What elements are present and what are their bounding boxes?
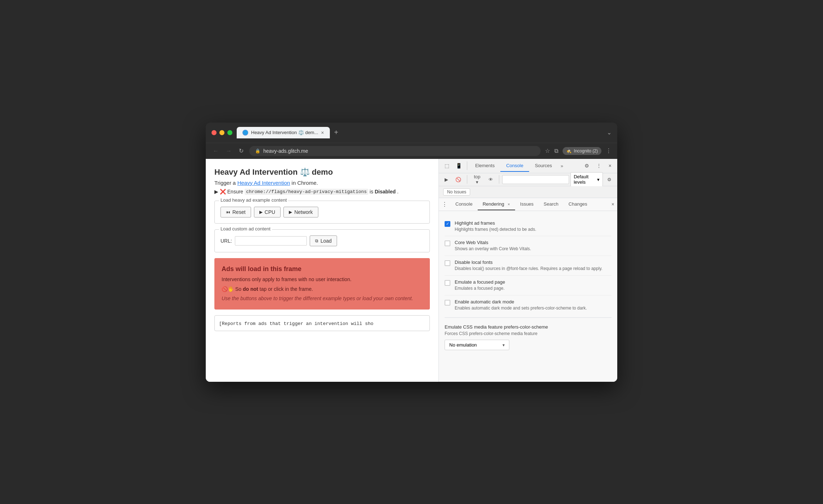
device-button[interactable]: 📱	[453, 161, 465, 171]
core-web-vitals-desc: Shows an overlay with Core Web Vitals.	[455, 246, 531, 252]
rendering-panel-close[interactable]: ×	[609, 198, 617, 210]
tab-favicon: 🌐	[242, 130, 248, 136]
rendering-tabs: ⋮ Console Rendering × Issues Search Chan…	[439, 198, 617, 211]
secondary-settings-button[interactable]: ⚙	[604, 175, 614, 184]
tab-search[interactable]: Search	[538, 198, 563, 210]
cpu-icon: ▶	[259, 210, 263, 215]
lock-icon: 🔒	[255, 148, 260, 154]
tab-changes[interactable]: Changes	[564, 198, 592, 210]
tab-rendering[interactable]: Rendering ×	[478, 198, 515, 210]
tab-console[interactable]: Console	[500, 160, 529, 172]
device-icon: 📱	[456, 163, 462, 169]
devtools-right-actions: ⚙ ⋮ ×	[582, 161, 614, 171]
network-button[interactable]: ▶ Network	[283, 207, 318, 217]
browser-window: 🌐 Heavy Ad Intervention ⚖️ dem... × + ⌄ …	[206, 123, 617, 382]
address-bar: ← → ↻ 🔒 heavy-ads.glitch.me ☆ ⧉ 🕵 Incogn…	[206, 143, 617, 159]
tab-issues[interactable]: Issues	[515, 198, 539, 210]
minimize-button[interactable]	[219, 130, 224, 135]
rendering-close[interactable]: ×	[508, 202, 510, 206]
emulate-title: Emulate CSS media feature prefers-color-…	[445, 324, 611, 330]
toolbar-separator	[467, 161, 467, 170]
load-button[interactable]: ⧉ Load	[310, 235, 337, 246]
subtitle-link[interactable]: Heavy Ad Intervention	[237, 180, 290, 186]
clear-button[interactable]: 🚫	[453, 175, 464, 184]
ad-frame-title: Ads will load in this frame	[222, 265, 423, 273]
rendering-label: Rendering	[483, 201, 504, 207]
url-input[interactable]	[235, 236, 307, 246]
emulate-select[interactable]: No emulation ▾	[445, 340, 509, 350]
emulate-section: Emulate CSS media feature prefers-color-…	[445, 321, 611, 354]
devtools-close-button[interactable]: ×	[606, 161, 614, 171]
ad-frame-text: Interventions only apply to frames with …	[222, 276, 423, 283]
url-input-row: URL: ⧉ Load	[220, 235, 424, 246]
highlight-ad-frames-checkbox[interactable]	[445, 221, 450, 227]
ad-frame-warning: 🚫🖐 So do not tap or click in the frame.	[222, 286, 423, 292]
page-subtitle: Trigger a Heavy Ad Intervention in Chrom…	[214, 180, 430, 186]
close-button[interactable]	[212, 130, 217, 135]
rendering-tabs-more[interactable]: ⋮	[439, 198, 450, 211]
core-web-vitals-title: Core Web Vitals	[455, 240, 531, 245]
emulate-focused-page-desc: Emulates a focused page.	[455, 285, 505, 292]
maximize-button[interactable]	[227, 130, 232, 135]
forward-button[interactable]: →	[224, 146, 233, 156]
auto-dark-mode-checkbox[interactable]	[445, 300, 450, 306]
highlight-ad-frames-title: Highlight ad frames	[455, 220, 536, 226]
disable-local-fonts-desc: Disables local() sources in @font-face r…	[455, 266, 603, 272]
no-issues-bar: No Issues	[439, 186, 617, 198]
highlight-ad-frames-desc: Highlights frames (red) detected to be a…	[455, 226, 536, 233]
tab-sources[interactable]: Sources	[529, 160, 558, 172]
devtools-panel: ⬚ 📱 Elements Console Sources » ⚙ ⋮ ×	[439, 159, 617, 382]
devtools-settings-button[interactable]: ⚙	[582, 161, 592, 171]
tab-elements[interactable]: Elements	[469, 160, 500, 172]
emulate-focused-page-checkbox[interactable]	[445, 280, 450, 286]
rendering-option-disable-local-fonts: Disable local fontsDisables local() sour…	[445, 256, 611, 276]
rendering-options: Highlight ad framesHighlights frames (re…	[439, 211, 617, 382]
inspect-button[interactable]: ⬚	[442, 161, 452, 171]
load-heavy-title: Load heavy ad example content	[219, 197, 288, 203]
tab-console-rendering[interactable]: Console	[450, 198, 478, 210]
core-web-vitals-checkbox[interactable]	[445, 240, 450, 246]
cpu-label: CPU	[265, 209, 276, 215]
incognito-icon: 🕵	[566, 148, 572, 154]
disable-local-fonts-checkbox[interactable]	[445, 260, 450, 266]
load-custom-box: Load custom ad content URL: ⧉ Load	[214, 229, 430, 252]
back-button[interactable]: ←	[212, 146, 220, 156]
url-bar[interactable]: 🔒 heavy-ads.glitch.me	[249, 146, 541, 156]
run-button[interactable]: ▶	[442, 175, 451, 184]
content-area: Heavy Ad Intervention ⚖️ demo Trigger a …	[206, 159, 617, 382]
load-label: Load	[320, 238, 332, 244]
filter-input[interactable]	[502, 175, 569, 184]
tab-overflow-button[interactable]: ⌄	[607, 129, 611, 136]
disable-local-fonts-title: Disable local fonts	[455, 260, 603, 265]
refresh-button[interactable]: ↻	[237, 146, 245, 156]
eye-button[interactable]: 👁	[486, 175, 496, 184]
instruction-suffix: is	[370, 189, 373, 194]
active-tab[interactable]: 🌐 Heavy Ad Intervention ⚖️ dem... ×	[237, 127, 330, 138]
levels-dropdown[interactable]: Default levels ▾	[570, 172, 603, 187]
auto-dark-mode-title: Enable automatic dark mode	[455, 299, 587, 304]
reset-button[interactable]: ⏮ Reset	[220, 207, 251, 217]
options-divider	[445, 317, 611, 318]
new-tab-button[interactable]: +	[331, 127, 341, 138]
network-label: Network	[294, 209, 313, 215]
cpu-button[interactable]: ▶ CPU	[254, 207, 281, 217]
auto-dark-mode-desc: Enables automatic dark mode and sets pre…	[455, 305, 587, 311]
inspect-icon: ⬚	[445, 163, 449, 169]
devtools-more-tabs[interactable]: »	[558, 160, 566, 171]
devtools-more-button[interactable]: ⋮	[594, 161, 604, 171]
page-content: Heavy Ad Intervention ⚖️ demo Trigger a …	[206, 159, 439, 382]
instruction-code: chrome://flags/heavy-ad-privacy-mitigati…	[245, 189, 368, 195]
tab-close-button[interactable]: ×	[321, 130, 324, 136]
bookmark-button[interactable]: ☆	[545, 147, 550, 154]
title-bar: 🌐 Heavy Ad Intervention ⚖️ dem... × + ⌄	[206, 123, 617, 143]
network-icon: ▶	[289, 210, 292, 215]
top-context-button[interactable]: top ▾	[470, 173, 484, 186]
no-issues-badge: No Issues	[443, 188, 470, 196]
reports-box: [Reports from ads that trigger an interv…	[214, 315, 430, 331]
load-custom-title: Load custom ad content	[219, 226, 272, 232]
screen-button[interactable]: ⧉	[554, 148, 558, 154]
emulate-desc: Forces CSS prefers-color-scheme media fe…	[445, 331, 611, 336]
reset-label: Reset	[232, 209, 246, 215]
browser-menu-button[interactable]: ⋮	[606, 147, 611, 154]
warning-bold: do not	[243, 286, 258, 292]
